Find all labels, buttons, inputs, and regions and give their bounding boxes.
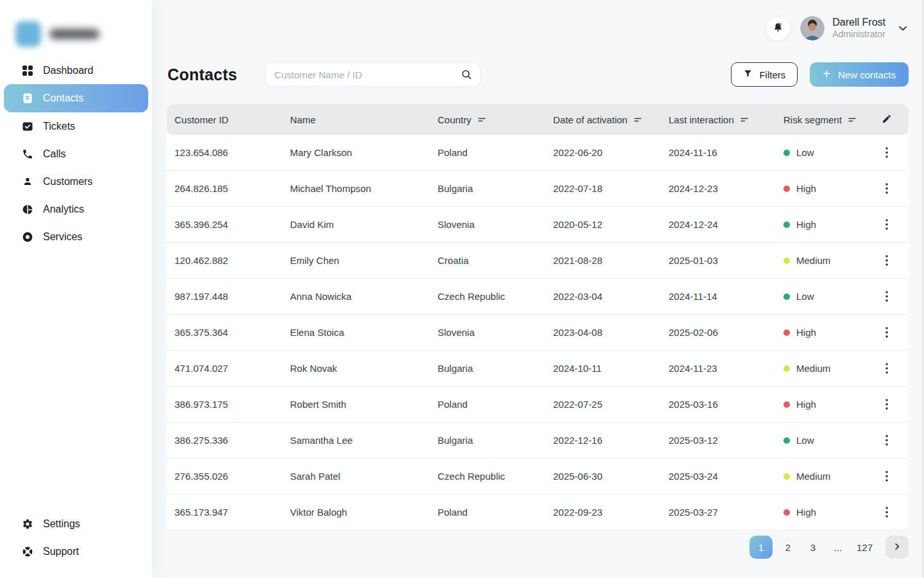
sidebar-item-contacts[interactable]: Contacts — [4, 84, 148, 112]
cell-date-of-activation: 2022-03-04 — [545, 291, 661, 302]
table-row[interactable]: 365.173.947 Viktor Balogh Poland 2022-09… — [167, 495, 909, 530]
column-header-customer-id: Customer ID — [167, 114, 282, 125]
cell-country: Bulgaria — [430, 183, 545, 194]
sidebar-item-customers[interactable]: Customers — [4, 168, 148, 195]
app-window: Dashboard Contacts Tickets Calls — [0, 0, 924, 578]
edit-pencil-icon[interactable] — [882, 114, 892, 126]
cell-last-interaction: 2024-11-16 — [661, 147, 776, 158]
sort-icon[interactable] — [740, 115, 749, 125]
sidebar-item-tickets[interactable]: Tickets — [4, 112, 148, 140]
sidebar-item-calls[interactable]: Calls — [4, 140, 148, 168]
cell-customer-id: 987.197.448 — [167, 291, 282, 302]
cell-last-interaction: 2025-03-24 — [661, 471, 776, 482]
main-content: Darell Frost Administrator Contacts — [152, 0, 924, 578]
cell-country: Poland — [430, 147, 545, 158]
cell-country: Poland — [430, 399, 545, 410]
cell-customer-id: 276.355.026 — [167, 471, 282, 482]
row-kebab-menu-button[interactable] — [883, 396, 891, 412]
row-kebab-menu-button[interactable] — [883, 324, 891, 340]
page-number-button[interactable]: 3 — [803, 536, 823, 559]
table-row[interactable]: 987.197.448 Anna Nowicka Czech Republic … — [167, 279, 909, 315]
table-row[interactable]: 365.396.254 David Kim Slovenia 2020-05-1… — [167, 207, 909, 243]
table-row[interactable]: 276.355.026 Sarah Patel Czech Republic 2… — [167, 459, 909, 495]
row-kebab-menu-button[interactable] — [883, 468, 891, 484]
cell-risk-segment: High — [776, 399, 867, 410]
row-kebab-menu-button[interactable] — [883, 288, 891, 304]
row-kebab-menu-button[interactable] — [883, 432, 891, 448]
page-number-button: ... — [828, 536, 848, 559]
risk-dot-icon — [783, 186, 790, 192]
chevron-down-icon[interactable] — [897, 22, 909, 34]
sort-icon[interactable] — [633, 115, 643, 125]
gear-icon — [21, 518, 33, 530]
filters-button[interactable]: Filters — [731, 62, 798, 87]
row-kebab-menu-button[interactable] — [883, 180, 891, 197]
page-number-button[interactable]: 127 — [853, 536, 876, 559]
sidebar-item-services[interactable]: Services — [4, 223, 148, 250]
cell-name: Anna Nowicka — [282, 291, 430, 302]
page-number-button[interactable]: 2 — [778, 536, 798, 559]
sidebar-item-analytics[interactable]: Analytics — [4, 195, 148, 223]
row-kebab-menu-button[interactable] — [883, 216, 891, 232]
cell-name: Elena Stoica — [282, 327, 430, 338]
cell-actions — [867, 360, 909, 376]
search-input[interactable] — [265, 62, 481, 87]
row-kebab-menu-button[interactable] — [883, 504, 891, 520]
cell-risk-segment: High — [776, 219, 867, 230]
dashboard-grid-icon — [21, 64, 33, 76]
column-header-date-of-activation: Date of activation — [545, 114, 661, 125]
cell-country: Bulgaria — [430, 435, 545, 446]
risk-dot-icon — [783, 509, 790, 516]
cell-customer-id: 365.173.947 — [167, 507, 282, 518]
risk-label: High — [796, 219, 816, 230]
cell-date-of-activation: 2025-06-30 — [545, 471, 661, 482]
sidebar-item-settings[interactable]: Settings — [4, 510, 148, 538]
risk-dot-icon — [783, 222, 790, 228]
table-row[interactable]: 123.654.086 Mary Clarkson Poland 2022-06… — [167, 135, 909, 171]
table-row[interactable]: 386.973.175 Robert Smith Poland 2022-07-… — [167, 387, 909, 423]
filter-funnel-icon — [743, 69, 753, 80]
user-menu[interactable]: Darell Frost Administrator — [800, 16, 909, 40]
column-header-last-interaction: Last interaction — [661, 114, 776, 125]
sidebar-item-label: Contacts — [43, 92, 83, 104]
sidebar-item-label: Settings — [43, 518, 80, 530]
column-header-name: Name — [282, 114, 430, 125]
page-header: Contacts Filters + New contacts — [167, 62, 909, 87]
sidebar-item-label: Calls — [43, 148, 66, 160]
cell-customer-id: 365.375.364 — [167, 327, 282, 338]
sort-icon[interactable] — [848, 115, 857, 125]
sort-icon[interactable] — [477, 115, 487, 125]
column-header-country: Country — [430, 114, 545, 125]
next-page-button[interactable] — [886, 536, 909, 559]
row-kebab-menu-button[interactable] — [883, 144, 891, 161]
page-number-button[interactable]: 1 — [749, 536, 773, 559]
cell-name: Emily Chen — [282, 255, 430, 266]
cell-actions — [867, 324, 909, 340]
cell-date-of-activation: 2023-04-08 — [545, 327, 661, 338]
table-row[interactable]: 365.375.364 Elena Stoica Slovenia 2023-0… — [167, 315, 909, 351]
chevron-right-icon — [893, 542, 902, 553]
cell-name: Mary Clarkson — [282, 147, 430, 158]
pagination: 123...127 — [152, 536, 909, 559]
table-row[interactable]: 471.074.027 Rok Novak Bulgaria 2024-10-1… — [167, 351, 909, 387]
cell-country: Slovenia — [430, 219, 545, 230]
cell-country: Bulgaria — [430, 363, 545, 374]
row-kebab-menu-button[interactable] — [883, 252, 891, 268]
cell-risk-segment: Low — [776, 291, 867, 302]
row-kebab-menu-button[interactable] — [883, 360, 891, 376]
brand-logo — [0, 0, 152, 54]
search-box — [265, 62, 481, 87]
sidebar-item-label: Analytics — [43, 204, 84, 215]
notifications-button[interactable] — [766, 17, 790, 40]
cell-customer-id: 471.074.027 — [167, 363, 282, 374]
table-row[interactable]: 120.462.882 Emily Chen Croatia 2021-08-2… — [167, 243, 909, 279]
cell-name: David Kim — [282, 219, 430, 230]
cell-last-interaction: 2025-02-06 — [661, 327, 776, 338]
donut-icon — [21, 231, 33, 243]
cell-risk-segment: High — [776, 327, 867, 338]
new-contacts-button[interactable]: + New contacts — [810, 62, 909, 87]
table-row[interactable]: 264.826.185 Michael Thompson Bulgaria 20… — [167, 171, 909, 207]
sidebar-item-dashboard[interactable]: Dashboard — [4, 57, 148, 84]
table-row[interactable]: 386.275.336 Samantha Lee Bulgaria 2022-1… — [167, 423, 909, 459]
sidebar-item-support[interactable]: Support — [4, 538, 148, 565]
